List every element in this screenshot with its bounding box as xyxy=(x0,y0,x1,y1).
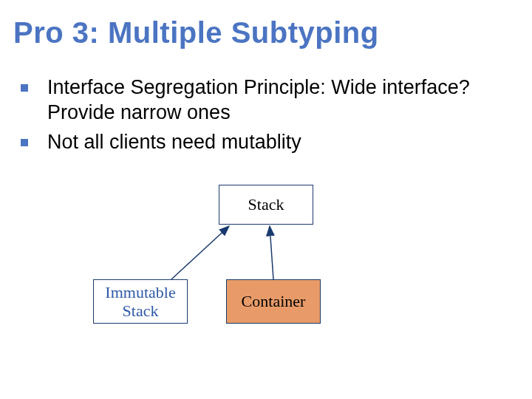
box-stack: Stack xyxy=(219,185,313,225)
bullet-list: Interface Segregation Principle: Wide in… xyxy=(21,75,508,159)
arrow-immutable-to-stack xyxy=(171,226,229,279)
slide-title: Pro 3: Multiple Subtyping xyxy=(13,16,379,50)
bullet-item: Not all clients need mutablity xyxy=(21,130,508,155)
bullet-text: Not all clients need mutablity xyxy=(47,130,301,155)
inheritance-diagram: Stack Immutable Stack Container xyxy=(0,185,532,369)
bullet-item: Interface Segregation Principle: Wide in… xyxy=(21,75,508,126)
box-container: Container xyxy=(226,279,321,324)
box-immutable-stack: Immutable Stack xyxy=(93,279,188,324)
arrow-container-to-stack xyxy=(270,226,273,279)
square-bullet-icon xyxy=(21,84,28,92)
square-bullet-icon xyxy=(21,139,28,146)
bullet-text: Interface Segregation Principle: Wide in… xyxy=(47,75,508,126)
